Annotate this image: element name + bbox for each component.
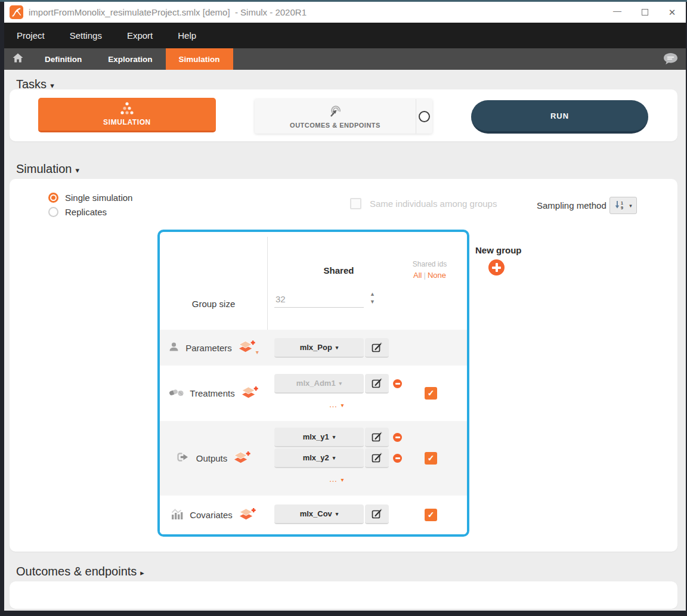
tab-definition[interactable]: Definition: [32, 48, 95, 70]
outcomes-task-label: OUTCOMES & ENDPOINTS: [290, 122, 380, 129]
add-covariates-layer-button[interactable]: [239, 507, 256, 523]
minus-icon: [395, 383, 400, 385]
dropdown-caret-icon: ▾: [333, 434, 336, 440]
tasks-card: SIMULATION OUTCOMES & ENDPOINTS RUN: [10, 89, 677, 141]
status-ring-icon: [419, 111, 430, 122]
main-content: Tasks▾ SIMULATION OUTCOMES & ENDPOINTS: [4, 70, 686, 611]
covariates-row-label: Covariates: [190, 510, 233, 520]
sampling-method-dropdown[interactable]: 19 ▾: [609, 197, 637, 214]
table-row-outputs: Outputs mlx_y1 ▾: [160, 421, 467, 496]
check-icon: ✓: [428, 453, 435, 463]
shared-ids-none-link[interactable]: None: [428, 271, 446, 280]
radio-single-simulation[interactable]: Single simulation: [48, 193, 132, 203]
remove-output2-button[interactable]: [393, 454, 402, 463]
output1-element-name: mlx_y1: [303, 432, 329, 441]
simulation-card: Single simulation Replicates Same indivi…: [10, 179, 677, 552]
ellipsis-icon: …: [329, 474, 338, 484]
more-outputs-link[interactable]: …▾: [267, 474, 406, 484]
outcomes-section-title: Outcomes & endpoints: [16, 565, 137, 578]
add-treatments-layer-button[interactable]: [241, 386, 258, 401]
run-button[interactable]: RUN: [471, 100, 648, 134]
covariates-row-content: mlx_Cov ▾ ✓: [267, 496, 467, 534]
group-size-input[interactable]: [274, 294, 364, 308]
dropdown-caret-icon: ▾: [339, 380, 342, 386]
tab-simulation[interactable]: Simulation: [166, 48, 233, 70]
edit-output1-element-button[interactable]: [365, 428, 389, 447]
simulation-section-header[interactable]: Simulation▾: [16, 162, 79, 176]
pointer-target-icon: [328, 104, 342, 120]
title-bar: importFromMonolix_resimulateProject.smlx…: [4, 2, 686, 23]
new-group-label: New group: [475, 245, 522, 255]
outputs-row-label: Outputs: [196, 453, 228, 463]
simulation-task-label: SIMULATION: [103, 118, 151, 126]
feedback-button[interactable]: [663, 52, 678, 67]
menu-settings[interactable]: Settings: [57, 23, 114, 48]
close-button[interactable]: ✕: [658, 2, 686, 23]
menu-help[interactable]: Help: [165, 23, 209, 48]
new-group-add-button[interactable]: [488, 259, 505, 276]
nav-tab-bar: Definition Exploration Simulation: [4, 48, 686, 70]
dropdown-caret-icon: ▾: [333, 455, 336, 461]
radio-replicates-label: Replicates: [65, 207, 107, 217]
covariates-shared-checkbox[interactable]: ✓: [425, 509, 437, 521]
same-individuals-label: Same individuals among groups: [370, 199, 497, 209]
outputs-shared-checkbox[interactable]: ✓: [425, 452, 437, 465]
outcomes-card: [10, 581, 677, 609]
tasks-collapse-caret-icon: ▾: [50, 81, 54, 90]
outcomes-task-status[interactable]: [416, 99, 432, 134]
table-row-treatments: Treatments mlx_Adm1 ▾: [160, 366, 467, 421]
svg-text:9: 9: [621, 205, 623, 209]
sampling-method-label: Sampling method: [537, 200, 606, 211]
add-parameters-layer-button[interactable]: ▾: [238, 340, 259, 355]
menu-bar: Project Settings Export Help: [4, 23, 686, 48]
layers-caret-icon: ▾: [256, 349, 259, 355]
group-size-label: Group size: [160, 299, 267, 309]
maximize-button[interactable]: [631, 2, 658, 23]
window-controls: — ✕: [604, 2, 686, 23]
minus-icon: [395, 437, 400, 438]
treatment-element-dropdown[interactable]: mlx_Adm1 ▾: [274, 374, 364, 394]
ellipsis-icon: …: [329, 400, 338, 409]
edit-covariate-element-button[interactable]: [365, 504, 389, 524]
shared-column-header: Shared: [267, 265, 410, 276]
outcomes-endpoints-task-button[interactable]: OUTCOMES & ENDPOINTS: [255, 99, 432, 134]
output2-element-dropdown[interactable]: mlx_y2 ▾: [274, 448, 364, 468]
menu-export[interactable]: Export: [114, 23, 165, 48]
more-treatments-link[interactable]: …▾: [267, 400, 406, 409]
shared-ids-label: Shared ids: [395, 260, 464, 268]
stepper-up-icon[interactable]: ▲: [370, 292, 375, 297]
add-outputs-layer-button[interactable]: [233, 451, 250, 466]
covariates-row-header: Covariates: [160, 496, 267, 534]
minimize-button[interactable]: —: [604, 2, 631, 23]
more-caret-icon: ▾: [341, 402, 344, 408]
covariate-element-dropdown[interactable]: mlx_Cov ▾: [274, 504, 364, 524]
table-row-parameters: Parameters ▾ mlx_Pop ▾: [160, 330, 467, 366]
parameters-element-name: mlx_Pop: [300, 343, 332, 352]
same-individuals-checkbox[interactable]: [350, 198, 361, 209]
window-title: importFromMonolix_resimulateProject.smlx…: [29, 7, 307, 17]
output1-element-dropdown[interactable]: mlx_y1 ▾: [274, 428, 364, 447]
menu-project[interactable]: Project: [4, 23, 57, 48]
treatment-element-name: mlx_Adm1: [296, 379, 336, 388]
dropdown-caret-icon: ▾: [629, 203, 632, 209]
edit-output2-element-button[interactable]: [365, 448, 389, 468]
outcomes-section-header[interactable]: Outcomes & endpoints▸: [16, 565, 144, 578]
remove-output1-button[interactable]: [393, 433, 402, 442]
treatments-shared-checkbox[interactable]: ✓: [425, 387, 437, 400]
outcomes-collapse-caret-icon: ▸: [140, 568, 144, 577]
tasks-section-title: Tasks: [16, 78, 47, 91]
simulation-task-button[interactable]: SIMULATION: [38, 98, 216, 132]
home-button[interactable]: [4, 48, 32, 70]
tab-exploration[interactable]: Exploration: [95, 48, 165, 70]
remove-treatment-button[interactable]: [393, 379, 402, 388]
radio-replicates[interactable]: Replicates: [48, 207, 107, 217]
edit-parameters-element-button[interactable]: [365, 338, 389, 358]
output2-element-name: mlx_y2: [303, 453, 329, 462]
shared-ids-all-link[interactable]: All: [413, 271, 422, 280]
parameters-row-content: mlx_Pop ▾: [267, 330, 467, 366]
parameters-element-dropdown[interactable]: mlx_Pop ▾: [274, 338, 364, 358]
more-caret-icon: ▾: [341, 476, 344, 483]
shared-ids-links: All|None: [395, 271, 464, 280]
stepper-down-icon[interactable]: ▼: [370, 299, 375, 305]
edit-treatment-element-button[interactable]: [365, 374, 389, 394]
